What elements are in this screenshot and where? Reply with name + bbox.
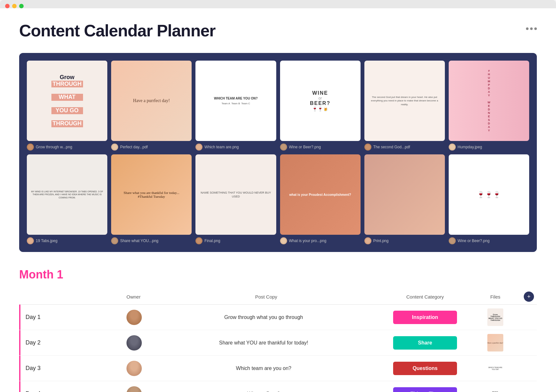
- thumbnail-wine2[interactable]: 🍷🍷🍷: [449, 154, 529, 235]
- owner-avatar: [126, 335, 142, 351]
- media-info: Perfect day...pdf: [111, 144, 192, 151]
- day-cell: Day 4: [19, 381, 121, 392]
- post-copy-cell: Which team are you on?: [147, 366, 380, 371]
- filename: Wine or Beer?.png: [458, 239, 490, 243]
- owner-avatar: [126, 361, 142, 376]
- filename: Wine or Beer?.png: [289, 145, 321, 149]
- avatar: [195, 237, 202, 244]
- maximize-button[interactable]: [19, 4, 24, 8]
- file-thumbnail[interactable]: WINEorBEER?: [487, 385, 503, 392]
- filename: 19 Tabs.jpeg: [36, 239, 57, 243]
- avatar: [111, 144, 118, 151]
- media-info: Print.png: [364, 237, 445, 244]
- thumbnail-humpday[interactable]: #HUMPDAY WEDNESDAY: [449, 61, 529, 141]
- filename: Which team are.png: [204, 145, 239, 149]
- media-item[interactable]: The second God put that dream in your he…: [364, 61, 445, 151]
- thumbnail-purrfect[interactable]: Have a purrfect day!: [111, 61, 192, 141]
- owner-cell: [121, 310, 147, 325]
- files-cell[interactable]: WINEorBEER?: [470, 385, 521, 392]
- avatar: [449, 237, 456, 244]
- day-cell: Day 3: [19, 356, 121, 381]
- thumbnail-floral[interactable]: [364, 154, 445, 235]
- category-badge: This or That: [393, 387, 457, 392]
- minimize-button[interactable]: [12, 4, 17, 8]
- owner-avatar: [126, 386, 142, 392]
- media-item[interactable]: MY MIND IS LIKE MY INTERNET BROWSER. 19 …: [27, 154, 107, 244]
- media-item[interactable]: Have a purrfect day! Perfect day...pdf: [111, 61, 192, 151]
- media-grid: Grow THROUGH WHAT YOU GO THROUGH Grow th…: [27, 61, 529, 244]
- col-header-post-copy: Post Copy: [152, 294, 380, 300]
- avatar: [111, 237, 118, 244]
- category-cell: Share: [380, 336, 470, 350]
- media-item[interactable]: Share what you are thankful for today...…: [111, 154, 192, 244]
- add-column-button[interactable]: +: [524, 292, 534, 302]
- category-cell: Inspiration: [380, 311, 470, 324]
- table-row: Day 4 Wine or Beer? This or That WINEorB…: [19, 381, 537, 392]
- media-info: Humpday.jpeg: [449, 144, 529, 151]
- media-item[interactable]: Print.png: [364, 154, 445, 244]
- avatar: [364, 237, 371, 244]
- day-cell: Day 1: [19, 305, 121, 330]
- avatar: [364, 144, 371, 151]
- files-cell[interactable]: GrowTHROUGHWHAT YOU GOTHROUGH: [470, 308, 521, 326]
- filename: The second God...pdf: [373, 145, 410, 149]
- dot2: [530, 27, 533, 30]
- more-options-button[interactable]: [526, 27, 537, 30]
- post-copy-cell: Grow through what you go through: [147, 314, 380, 320]
- file-thumbnail[interactable]: Have a purrfect day!: [487, 334, 503, 351]
- dot3: [534, 27, 537, 30]
- content-table: Month 1 Owner Post Copy Content Category…: [19, 268, 537, 392]
- avatar: [449, 144, 456, 151]
- category-cell: Questions: [380, 362, 470, 375]
- thumb-text: Grow THROUGH WHAT YOU GO THROUGH: [51, 74, 83, 127]
- media-item[interactable]: WHICH TEAM ARE YOU ON? Team ATeam BTeam …: [195, 61, 276, 151]
- avatar: [280, 237, 287, 244]
- media-item[interactable]: 🍷🍷🍷 Wine or Beer?.png: [449, 154, 529, 244]
- media-item[interactable]: #HUMPDAY WEDNESDAY Humpday.jpeg: [449, 61, 529, 151]
- page-title: Content Calendar Planner: [19, 21, 216, 40]
- thumbnail-grow[interactable]: Grow THROUGH WHAT YOU GO THROUGH: [27, 61, 107, 141]
- col-header-files: Files: [470, 294, 521, 300]
- media-info: Wine or Beer?.png: [449, 237, 529, 244]
- owner-avatar: [126, 310, 142, 325]
- close-button[interactable]: [5, 4, 10, 8]
- filename: Humpday.jpeg: [458, 145, 482, 149]
- thumbnail-name[interactable]: NAME SOMETHING THAT YOU WOULD NEVER BUY …: [195, 154, 276, 235]
- media-item[interactable]: NAME SOMETHING THAT YOU WOULD NEVER BUY …: [195, 154, 276, 244]
- media-item[interactable]: Grow THROUGH WHAT YOU GO THROUGH Grow th…: [27, 61, 107, 151]
- file-thumbnail[interactable]: GrowTHROUGHWHAT YOU GOTHROUGH: [487, 308, 503, 326]
- day-cell: Day 2: [19, 330, 121, 355]
- thumbnail-thankful[interactable]: Share what you are thankful for today...…: [111, 154, 192, 235]
- window-controls: [5, 4, 551, 8]
- media-info: What is your pro...png: [280, 237, 361, 244]
- media-info: Which team are.png: [195, 144, 276, 151]
- filename: What is your pro...png: [289, 239, 326, 243]
- files-cell[interactable]: Have a purrfect day!: [470, 334, 521, 351]
- section-title: Month 1: [19, 268, 537, 281]
- media-item[interactable]: WINE or BEER? 🍷🍷🍺 Wine or Beer?.png: [280, 61, 361, 151]
- thumbnail-proudest[interactable]: what is your Proudest Accomplishment?: [280, 154, 361, 235]
- table-row: Day 1 Grow through what you go through I…: [19, 305, 537, 330]
- category-badge: Questions: [393, 362, 457, 375]
- thumbnail-tabs[interactable]: MY MIND IS LIKE MY INTERNET BROWSER. 19 …: [27, 154, 107, 235]
- file-thumbnail[interactable]: WHICH TEAM ARE YOU ON?: [487, 359, 503, 377]
- dot1: [526, 27, 529, 30]
- files-cell[interactable]: WHICH TEAM ARE YOU ON?: [470, 359, 521, 377]
- filename: Perfect day...pdf: [120, 145, 148, 149]
- thumbnail-team[interactable]: WHICH TEAM ARE YOU ON? Team ATeam BTeam …: [195, 61, 276, 141]
- media-info: Share what YOU...png: [111, 237, 192, 244]
- table-row: Day 2 Share what YOU are thankful for to…: [19, 330, 537, 356]
- category-badge: Inspiration: [393, 311, 457, 324]
- filename: Grow through w...png: [36, 145, 72, 149]
- media-info: The second God...pdf: [364, 144, 445, 151]
- avatar: [280, 144, 287, 151]
- page-header: Content Calendar Planner: [19, 21, 537, 40]
- thumbnail-wine[interactable]: WINE or BEER? 🍷🍷🍺: [280, 61, 361, 141]
- category-badge: Share: [393, 336, 457, 350]
- media-info: Grow through w...png: [27, 144, 107, 151]
- col-header-owner: Owner: [126, 294, 152, 300]
- media-item[interactable]: what is your Proudest Accomplishment? Wh…: [280, 154, 361, 244]
- filename: Share what YOU...png: [120, 239, 158, 243]
- table-header: Owner Post Copy Content Category Files +: [19, 289, 537, 305]
- thumbnail-quote[interactable]: The second God put that dream in your he…: [364, 61, 445, 141]
